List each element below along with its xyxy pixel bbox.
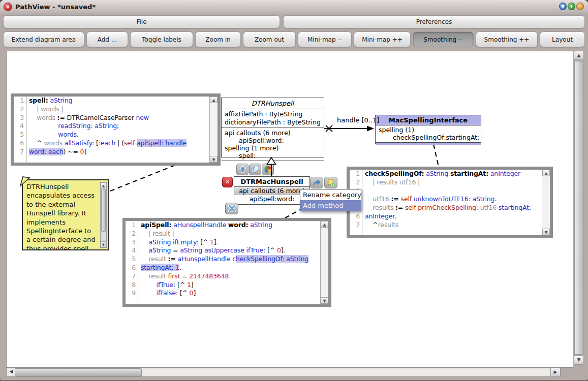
detach-button[interactable] — [225, 203, 238, 214]
toolbar-button-add[interactable]: Add ... — [86, 31, 128, 47]
toolbar-button-zoom-out[interactable]: Zoom out — [243, 31, 296, 47]
file-menu-button[interactable]: File — [3, 15, 280, 28]
class-category-row[interactable]: api callouts (6 more) — [234, 187, 310, 195]
delete-icon: ✕ — [225, 179, 230, 185]
line-numbers: 1234567 — [14, 97, 26, 163]
detach-icon — [228, 204, 236, 213]
note-line: to the external — [26, 200, 99, 209]
toolbar-button-smoothing-++[interactable]: Smoothing ++ — [476, 31, 538, 47]
class-attribute[interactable]: dictionaryFilePath : ByteString — [225, 118, 324, 126]
close-button[interactable]: ✕ — [4, 3, 12, 11]
note-scrollbar[interactable]: ▲ ▼ — [100, 182, 107, 248]
plus-icon: + — [570, 4, 574, 9]
scroll-down-icon[interactable]: ▼ — [101, 241, 106, 247]
class-name[interactable]: DTRMacHunspell — [234, 177, 310, 187]
scroll-up-icon[interactable]: ▲ — [574, 51, 584, 60]
add-note-icon — [327, 178, 335, 187]
class-method[interactable]: spelling (1 more) — [225, 144, 324, 152]
scroll-down-icon[interactable]: ▼ — [321, 297, 328, 304]
note-fold-icon — [19, 176, 30, 187]
shade-button[interactable]: ▼ — [559, 3, 567, 10]
toolbar-button-toggle-labels[interactable]: Toggle labels — [130, 31, 193, 47]
minimize-button[interactable]: − — [576, 3, 584, 10]
maximize-button[interactable]: + — [568, 3, 575, 10]
vertical-scroll-thumb[interactable] — [574, 61, 583, 355]
note-line: DTRHunspell — [26, 182, 99, 191]
menu-item-rename-category[interactable]: Rename category — [300, 189, 361, 200]
note-line: Hunspell library. It — [26, 209, 99, 217]
note-scroll-thumb[interactable] — [101, 189, 106, 232]
code-box-spell[interactable]: 1234567 spell: aString | words | words :… — [11, 93, 221, 166]
diagram-canvas[interactable]: 1234567 spell: aString | words | words :… — [6, 51, 573, 368]
scroll-up-icon[interactable]: ▲ — [542, 170, 550, 176]
code-box-apispell[interactable]: 123456789 apiSpell: aHunspellHandle word… — [122, 218, 331, 307]
scroll-up-icon[interactable]: ▲ — [210, 97, 218, 103]
class-box-dtrhunspell[interactable]: DTRHunspell affixFilePath : ByteStringdi… — [221, 98, 324, 157]
toolbar-button-smoothing[interactable]: Smoothing -- — [413, 31, 474, 47]
code-text[interactable]: checkSpellingOf: aString startingAt: anI… — [362, 170, 542, 235]
scroll-down-icon[interactable]: ▼ — [542, 229, 550, 235]
context-menu[interactable]: Rename categoryAdd method — [300, 189, 361, 211]
move-up-icon — [238, 165, 247, 174]
edge-maciface-to-checkspelling — [434, 144, 439, 167]
forward-arrow-icon — [313, 178, 321, 187]
move-method-button[interactable] — [310, 177, 323, 188]
class-method[interactable]: spelling (1) — [379, 126, 481, 134]
code-text[interactable]: apiSpell: aHunspellHandle word: aString … — [138, 221, 320, 304]
toolbar-button-mini-map-++[interactable]: Mini-map ++ — [354, 31, 411, 47]
vertical-scrollbar[interactable]: ▲ ▼ — [574, 51, 584, 366]
class-method[interactable]: apiSpell:word: — [225, 137, 324, 144]
class-methods[interactable]: api callouts (6 more)apiSpell:word:spell… — [222, 128, 324, 161]
scroll-right-icon[interactable]: ▶ — [550, 368, 561, 377]
class-name[interactable]: MacSpellingInterface — [376, 115, 481, 125]
note-line: implements — [26, 218, 99, 227]
note-line: SpellingInterface to — [26, 227, 99, 235]
class-methods[interactable]: spelling (1)checkSpellingOf:startingAt: — [376, 125, 481, 142]
add-note-button[interactable] — [324, 177, 337, 188]
scroll-down-icon[interactable]: ▼ — [210, 156, 218, 163]
menu-item-add-method[interactable]: Add method — [300, 200, 361, 211]
scroll-down-icon[interactable]: ▼ — [574, 356, 584, 365]
horizontal-scrollbar[interactable]: ◀ ▶ — [6, 368, 561, 377]
toolbar-button-mini-map[interactable]: Mini-map -- — [298, 31, 352, 47]
scroll-up-icon[interactable]: ▲ — [321, 221, 328, 228]
scroll-up-icon[interactable]: ▲ — [101, 182, 106, 188]
class-method[interactable]: checkSpellingOf:startingAt: — [379, 134, 481, 141]
class-method[interactable]: spell: — [225, 152, 324, 160]
close-icon: ✕ — [6, 4, 10, 10]
class-attributes[interactable]: affixFilePath : ByteStringdictionaryFile… — [222, 109, 324, 128]
note-line: a certain degree and — [26, 235, 99, 244]
code-scrollbar[interactable]: ▲ ▼ — [209, 97, 218, 163]
code-scrollbar[interactable]: ▲ ▼ — [542, 170, 550, 235]
toolbar-button-extend-diagram-area[interactable]: Extend diagram area — [3, 31, 84, 47]
minus-icon: − — [578, 4, 582, 9]
titlebar[interactable]: ✕ PathView - *unsaved* ▼ + − — [0, 0, 588, 14]
move-up-button[interactable] — [236, 164, 249, 175]
duplicate-button[interactable] — [249, 164, 261, 175]
code-text[interactable]: spell: aString | words | words := DTRCam… — [26, 97, 209, 163]
chevron-down-icon: ▼ — [561, 4, 565, 9]
class-box-macspellinginterface[interactable]: MacSpellingInterface spelling (1)checkSp… — [375, 115, 481, 144]
edge-label-handle: handle [0..1] — [337, 116, 379, 124]
code-scrollbar[interactable]: ▲ ▼ — [320, 221, 328, 304]
toolbar-button-zoom-in[interactable]: Zoom in — [195, 31, 241, 47]
class-category-row[interactable]: apiSpell:word: — [234, 195, 310, 203]
note-line: thus provides spell — [26, 244, 99, 249]
preferences-menu-button[interactable]: Preferences — [283, 15, 585, 28]
code-box-checkspellingof[interactable]: 1234567 checkSpellingOf: aString startin… — [347, 167, 553, 238]
duplicate-icon — [251, 165, 260, 174]
colors-button[interactable] — [262, 164, 274, 175]
class-name[interactable]: DTRHunspell — [222, 98, 324, 109]
horizontal-scroll-thumb[interactable] — [15, 368, 142, 376]
note-text[interactable]: DTRHunspellencapsulates accessto the ext… — [23, 180, 100, 249]
toolbar: Extend diagram areaAdd ...Toggle labelsZ… — [3, 31, 585, 47]
sticky-note[interactable]: DTRHunspellencapsulates accessto the ext… — [22, 179, 109, 250]
line-numbers: 123456789 — [126, 221, 138, 304]
class-footer-strip — [376, 142, 481, 145]
class-box-dtrmachunspell[interactable]: DTRMacHunspell api callouts (6 more)apiS… — [234, 176, 310, 205]
class-attribute[interactable]: affixFilePath : ByteString — [225, 110, 324, 118]
delete-button[interactable]: ✕ — [222, 177, 233, 187]
class-categories[interactable]: api callouts (6 more)apiSpell:word: — [234, 187, 310, 203]
toolbar-button-layout[interactable]: Layout — [540, 31, 585, 47]
class-method[interactable]: api callouts (6 more) — [225, 129, 324, 137]
